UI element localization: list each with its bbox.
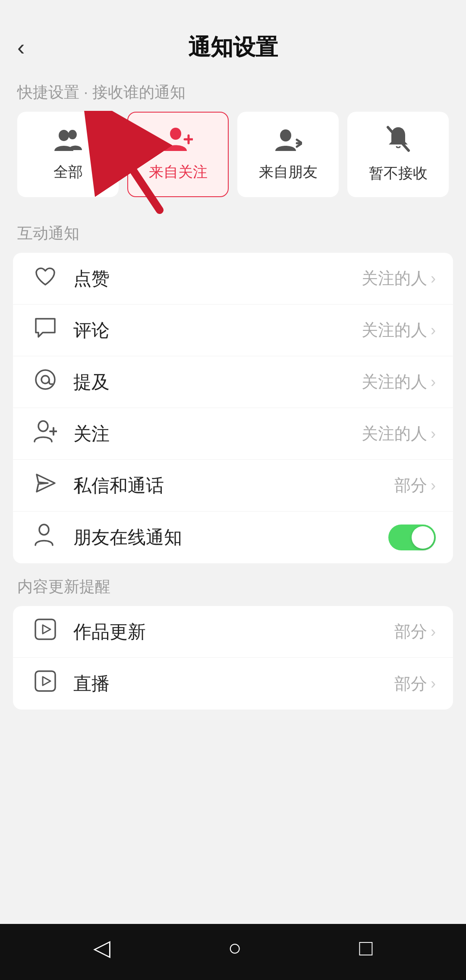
follow-value: 关注的人 › bbox=[362, 423, 436, 445]
quick-item-none-label: 暂不接收 bbox=[369, 163, 428, 183]
svg-rect-15 bbox=[35, 619, 55, 639]
svg-point-11 bbox=[38, 421, 48, 431]
person-arrow-icon bbox=[274, 127, 302, 157]
like-chevron: › bbox=[431, 270, 436, 288]
person-add-icon-active bbox=[164, 127, 193, 157]
content-section-label: 内容更新提醒 bbox=[0, 563, 466, 606]
svg-point-10 bbox=[41, 376, 49, 383]
mention-chevron: › bbox=[431, 373, 436, 391]
send-icon bbox=[30, 472, 60, 499]
works-item[interactable]: 作品更新 部分 › bbox=[13, 606, 453, 658]
like-value: 关注的人 › bbox=[362, 267, 436, 289]
at-icon bbox=[30, 368, 60, 396]
content-scroll: ‹ 通知设置 快捷设置 · 接收谁的通知 全部 bbox=[0, 0, 466, 924]
quick-item-following[interactable]: 来自关注 bbox=[127, 112, 229, 197]
message-label: 私信和通话 bbox=[73, 474, 394, 498]
comment-value: 关注的人 › bbox=[362, 319, 436, 341]
nav-back-button[interactable]: ◁ bbox=[93, 935, 110, 961]
live-value: 部分 › bbox=[394, 673, 436, 695]
bell-off-icon bbox=[386, 126, 410, 158]
person-online-icon bbox=[30, 524, 60, 551]
header: ‹ 通知设置 bbox=[0, 26, 466, 69]
svg-point-5 bbox=[280, 129, 291, 141]
follow-item[interactable]: 关注 关注的人 › bbox=[13, 408, 453, 460]
sections-wrapper: ‹ 通知设置 快捷设置 · 接收谁的通知 全部 bbox=[0, 0, 466, 727]
bubble-icon bbox=[30, 317, 60, 344]
like-item[interactable]: 点赞 关注的人 › bbox=[13, 253, 453, 305]
interaction-section-label: 互动通知 bbox=[0, 210, 466, 253]
comment-chevron: › bbox=[431, 321, 436, 339]
svg-point-1 bbox=[68, 130, 77, 139]
svg-marker-16 bbox=[43, 625, 50, 634]
online-label: 朋友在线通知 bbox=[73, 525, 388, 550]
status-bar bbox=[0, 0, 466, 26]
svg-point-0 bbox=[59, 130, 69, 141]
quick-item-all[interactable]: 全部 bbox=[17, 112, 119, 197]
quick-settings-label: 快捷设置 · 接收谁的通知 bbox=[0, 69, 466, 112]
follow-chevron: › bbox=[431, 425, 436, 443]
mention-label: 提及 bbox=[73, 370, 362, 394]
online-toggle[interactable] bbox=[388, 525, 436, 550]
quick-item-friends[interactable]: 来自朋友 bbox=[237, 112, 339, 197]
works-value: 部分 › bbox=[394, 621, 436, 643]
svg-point-14 bbox=[39, 525, 49, 535]
live-chevron: › bbox=[431, 675, 436, 693]
nav-back-icon: ◁ bbox=[93, 935, 110, 961]
svg-marker-18 bbox=[43, 677, 50, 685]
follow-icon bbox=[30, 420, 60, 448]
quick-settings-row: 全部 来自关注 bbox=[0, 112, 466, 210]
message-item[interactable]: 私信和通话 部分 › bbox=[13, 460, 453, 512]
works-play-icon bbox=[30, 618, 60, 646]
page-title: 通知设置 bbox=[188, 32, 278, 63]
like-label: 点赞 bbox=[73, 267, 362, 291]
works-chevron: › bbox=[431, 623, 436, 641]
nav-recent-button[interactable]: □ bbox=[359, 935, 372, 961]
message-chevron: › bbox=[431, 477, 436, 495]
heart-icon bbox=[30, 266, 60, 292]
live-item[interactable]: 直播 部分 › bbox=[13, 658, 453, 710]
live-play-icon bbox=[30, 670, 60, 697]
svg-point-9 bbox=[36, 370, 55, 389]
back-button[interactable]: ‹ bbox=[17, 36, 25, 59]
svg-point-2 bbox=[170, 128, 181, 140]
online-item[interactable]: 朋友在线通知 bbox=[13, 512, 453, 563]
nav-home-button[interactable]: ○ bbox=[228, 935, 242, 961]
mention-item[interactable]: 提及 关注的人 › bbox=[13, 356, 453, 408]
quick-item-none[interactable]: 暂不接收 bbox=[347, 112, 449, 197]
message-value: 部分 › bbox=[394, 474, 436, 496]
content-card: 作品更新 部分 › 直播 部分 › bbox=[13, 606, 453, 710]
comment-label: 评论 bbox=[73, 318, 362, 342]
online-toggle-wrapper bbox=[388, 525, 436, 550]
quick-item-friends-label: 来自朋友 bbox=[259, 162, 318, 182]
comment-item[interactable]: 评论 关注的人 › bbox=[13, 305, 453, 356]
follow-label: 关注 bbox=[73, 422, 362, 446]
works-label: 作品更新 bbox=[73, 620, 394, 644]
nav-home-icon: ○ bbox=[228, 935, 242, 961]
nav-recent-icon: □ bbox=[359, 935, 372, 961]
people-icon bbox=[54, 127, 82, 157]
bottom-nav: ◁ ○ □ bbox=[0, 924, 466, 980]
quick-item-following-label: 来自关注 bbox=[149, 162, 208, 182]
quick-item-all-label: 全部 bbox=[54, 162, 83, 182]
live-label: 直播 bbox=[73, 672, 394, 696]
interaction-card: 点赞 关注的人 › 评论 关注的人 › bbox=[13, 253, 453, 563]
mention-value: 关注的人 › bbox=[362, 371, 436, 393]
svg-rect-17 bbox=[35, 671, 55, 691]
